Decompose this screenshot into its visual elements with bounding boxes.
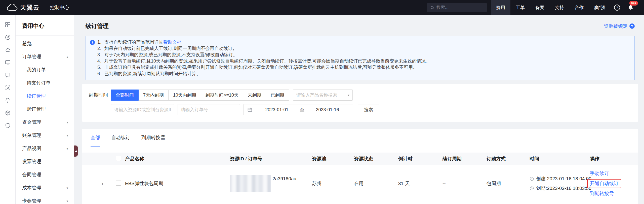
notification-button[interactable]: 99+	[624, 0, 637, 15]
topbar-menu-billing[interactable]: 费用	[491, 0, 510, 15]
calendar-icon	[247, 107, 252, 112]
nav-apps-icon[interactable]	[5, 22, 11, 28]
select-all-checkbox[interactable]	[116, 156, 121, 161]
sidebar-item-unsubscribe-management[interactable]: 退订管理	[16, 103, 74, 116]
nav-monitor-icon[interactable]	[5, 60, 11, 66]
auto-renew-highlight-box: 开通自动续订	[587, 179, 621, 188]
sidebar-item-funds-management[interactable]: 资金管理▾	[16, 116, 74, 129]
date-to-value[interactable]: 2023-01-16	[305, 107, 349, 112]
product-name-select[interactable]: 请输入产品名称搜索 ▾	[293, 90, 353, 101]
nav-scan-icon[interactable]	[5, 85, 11, 91]
row-renew-cycle: --	[442, 181, 487, 186]
question-circle-icon: ?	[629, 23, 635, 29]
sidebar-item-my-orders[interactable]: 我的订单	[16, 63, 74, 76]
table-row: › EBS弹性块包周期 2a39180aa 苏州 在用 31 天 -- 包周期 …	[82, 165, 638, 202]
sidebar-title: 费用中心	[16, 15, 74, 36]
nav-chat-icon[interactable]	[5, 72, 11, 78]
topbar-divider	[45, 5, 45, 11]
date-separator: 至	[299, 107, 305, 113]
topbar-search[interactable]	[427, 3, 487, 12]
sidebar-item-order-management[interactable]: 订单管理▴	[16, 50, 74, 63]
nav-cloud-icon[interactable]	[5, 47, 11, 53]
clock-icon	[530, 177, 534, 181]
tab-auto-renew[interactable]: 自动续订	[111, 129, 130, 147]
filter-not-expired-button[interactable]: 未到期	[243, 90, 266, 101]
icon-rail	[0, 15, 16, 204]
table-header: 产品名称 资源ID / 订单号 资源池 资源状态 倒计时 续订周期 订购方式 时…	[82, 153, 638, 165]
search-button[interactable]: 搜索	[358, 104, 379, 115]
help-button[interactable]: ?	[610, 0, 624, 15]
nav-shield-icon[interactable]	[5, 123, 11, 129]
table-tabs: 全部 自动续订 到期转按需	[82, 129, 638, 147]
brand-cloud-icon[interactable]	[7, 4, 18, 11]
filter-all-time-button[interactable]: 全部时间	[111, 90, 139, 101]
topbar-menu-filing[interactable]: 备案	[530, 0, 550, 15]
nav-cube-icon[interactable]	[5, 110, 11, 116]
row-resource-id: 2a39180aa	[230, 174, 312, 193]
topbar-menu-partner[interactable]: 合作	[569, 0, 589, 15]
sidebar-item-bill-management[interactable]: 账单管理▾	[16, 129, 74, 142]
row-status: 在用	[354, 180, 398, 187]
nav-compass-icon[interactable]	[5, 34, 11, 40]
nav-cloud-sync-icon[interactable]	[5, 97, 11, 103]
resource-locked-link[interactable]: 资源被锁定 ?	[604, 23, 635, 30]
filter-10days-button[interactable]: 10天内到期	[168, 90, 201, 101]
tab-all[interactable]: 全部	[91, 129, 100, 147]
sidebar-item-coupon-management[interactable]: 卡券管理▾	[16, 194, 74, 204]
notice-line-5: 5、非成套订购但具有绑定或挂载关系的资源,需要分别开通自动续订,例如仅对云硬盘设…	[97, 64, 430, 71]
renewal-table-panel: 全部 自动续订 到期转按需 产品名称 资源ID / 订单号 资源池 资源状态 倒…	[82, 129, 638, 204]
sidebar-item-product-view[interactable]: 产品视图▾	[16, 142, 74, 155]
chevron-down-icon: ▾	[66, 134, 68, 137]
chevron-left-icon: ◀	[75, 150, 77, 153]
filter-expired-button[interactable]: 已到期	[266, 90, 289, 101]
resource-id-input[interactable]	[111, 104, 174, 115]
sidebar-item-renewal-management[interactable]: 续订管理	[16, 90, 74, 103]
filter-gte10days-button[interactable]: 到期时间>=10天	[201, 90, 243, 101]
bell-icon	[628, 5, 633, 10]
resource-id-suffix: 2a39180aa	[272, 176, 296, 182]
row-expand-icon[interactable]: ›	[101, 180, 103, 187]
row-time: 创建:2023-01-16 18:04:00 到期:2023-02-16 18:…	[530, 176, 590, 192]
sidebar-item-pending-orders[interactable]: 待支付订单	[16, 76, 74, 90]
sidebar-item-cost-management[interactable]: 成本管理▾	[16, 181, 74, 194]
row-actions: 手动续订 开通自动续订 到期转按需	[590, 170, 638, 197]
col-order-type: 订购方式	[487, 156, 530, 162]
info-icon: i	[90, 40, 95, 45]
notice-line-1: 1、支持自动续订的产品范围详见帮助文档	[97, 39, 430, 45]
sidebar-item-invoice-management[interactable]: 发票管理	[16, 155, 74, 168]
chevron-up-icon: ▴	[66, 55, 68, 59]
sidebar-item-overview[interactable]: 总览	[16, 37, 74, 50]
topbar-user-menu[interactable]: 窦*强	[589, 0, 610, 15]
date-range-picker[interactable]: 2023-01-01 至 2023-01-16	[244, 104, 353, 115]
sidebar-item-contract-management[interactable]: 合同管理	[16, 168, 74, 181]
brand-name[interactable]: 天翼云	[20, 4, 40, 12]
row-checkbox[interactable]	[116, 181, 121, 186]
expire-to-on-demand-link[interactable]: 到期转按需	[590, 190, 614, 197]
topbar-menu-support[interactable]: 支持	[550, 0, 569, 15]
topbar: 天翼云 控制中心 费用 工单 备案 支持 合作 窦*强 ? 99+	[0, 0, 644, 15]
sidebar-collapse-handle[interactable]: ◀	[74, 145, 78, 157]
notice-line-2: 2、如果在自动续订前已完成人工续订,则同一周期内不会再自动续订。	[97, 45, 430, 52]
manual-renew-link[interactable]: 手动续订	[590, 170, 609, 177]
enable-auto-renew-link[interactable]: 开通自动续订	[590, 181, 619, 186]
row-resource-pool: 苏州	[312, 180, 354, 187]
tab-expire-to-on-demand[interactable]: 到期转按需	[141, 129, 165, 147]
col-resource-status: 资源状态	[354, 156, 398, 162]
expire-filter-group: 全部时间 7天内到期 10天内到期 到期时间>=10天 未到期 已到期	[111, 90, 289, 101]
chevron-down-icon: ▾	[66, 199, 68, 203]
order-number-input[interactable]	[178, 104, 240, 115]
chevron-down-icon: ▾	[348, 93, 350, 97]
date-from-value[interactable]: 2023-01-01	[255, 107, 299, 112]
filter-7days-button[interactable]: 7天内到期	[138, 90, 169, 101]
col-resource-pool: 资源池	[312, 156, 354, 162]
row-order-type: 包周期	[487, 180, 530, 187]
topbar-menu-ticket[interactable]: 工单	[510, 0, 530, 15]
topbar-search-input[interactable]	[436, 5, 484, 10]
chevron-down-icon: ▾	[66, 186, 68, 190]
help-icon: ?	[614, 5, 620, 11]
chevron-down-icon: ▾	[66, 147, 68, 151]
help-doc-link[interactable]: 帮助文档	[163, 40, 181, 45]
main-content: ◀ 续订管理 资源被锁定 ? i 1、支持自动续订的产品范围详见帮助文档 2、如…	[74, 15, 644, 204]
console-center-link[interactable]: 控制中心	[50, 4, 69, 11]
notice-line-4: 4、对于设置了自动续订,且10天内到期的资源,如果用户尝试修改自动续订周期、关闭…	[97, 58, 430, 64]
